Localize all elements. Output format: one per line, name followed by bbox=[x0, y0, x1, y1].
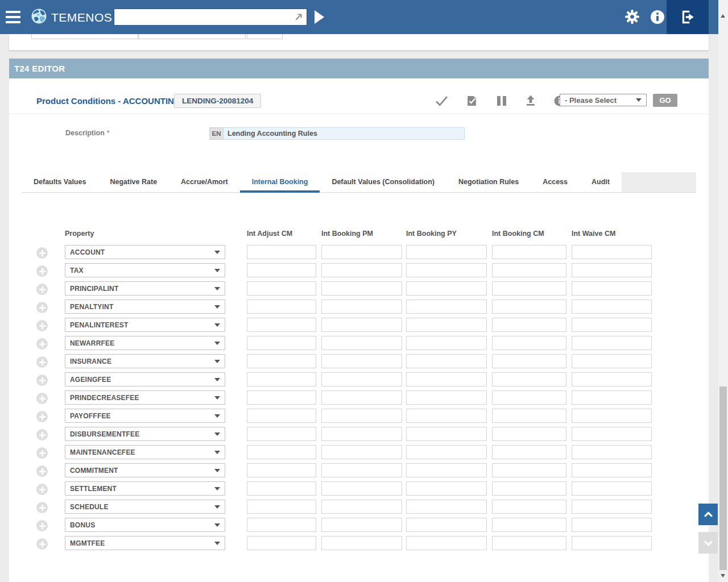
int-booking-py-input[interactable] bbox=[406, 300, 487, 314]
add-row-button[interactable] bbox=[36, 338, 48, 350]
logout-icon[interactable] bbox=[667, 0, 709, 34]
property-select[interactable]: ACCOUNT bbox=[65, 245, 225, 259]
scrollbar-thumb[interactable] bbox=[719, 386, 727, 570]
int-booking-cm-input[interactable] bbox=[492, 318, 566, 332]
int-adjust-cm-input[interactable] bbox=[247, 318, 316, 332]
int-booking-pm-input[interactable] bbox=[321, 318, 402, 332]
int-booking-cm-input[interactable] bbox=[492, 245, 566, 259]
int-adjust-cm-input[interactable] bbox=[247, 354, 316, 368]
property-select[interactable]: PRINDECREASEFEE bbox=[65, 390, 225, 405]
int-adjust-cm-input[interactable] bbox=[247, 245, 316, 259]
int-booking-py-input[interactable] bbox=[406, 336, 487, 350]
add-row-button[interactable] bbox=[36, 538, 48, 550]
gear-icon[interactable] bbox=[624, 9, 640, 27]
int-waive-cm-input[interactable] bbox=[572, 263, 652, 277]
int-adjust-cm-input[interactable] bbox=[247, 390, 316, 405]
int-booking-py-input[interactable] bbox=[406, 354, 487, 368]
int-adjust-cm-input[interactable] bbox=[247, 536, 316, 550]
int-booking-cm-input[interactable] bbox=[492, 354, 566, 368]
add-row-button[interactable] bbox=[36, 265, 48, 277]
int-waive-cm-input[interactable] bbox=[572, 354, 652, 368]
int-adjust-cm-input[interactable] bbox=[247, 445, 316, 459]
int-booking-pm-input[interactable] bbox=[321, 390, 402, 405]
int-waive-cm-input[interactable] bbox=[572, 445, 652, 459]
add-row-button[interactable] bbox=[36, 320, 48, 331]
property-select[interactable]: MGMTFEE bbox=[65, 536, 225, 550]
property-select[interactable]: SETTLEMENT bbox=[65, 481, 225, 496]
int-booking-pm-input[interactable] bbox=[321, 336, 402, 350]
int-booking-pm-input[interactable] bbox=[321, 372, 402, 386]
add-row-button[interactable] bbox=[36, 375, 48, 386]
int-adjust-cm-input[interactable] bbox=[247, 372, 316, 386]
int-booking-pm-input[interactable] bbox=[321, 354, 402, 368]
tab-audit[interactable]: Audit bbox=[580, 172, 622, 192]
property-select[interactable]: PAYOFFFEE bbox=[65, 409, 225, 423]
add-row-button[interactable] bbox=[36, 429, 48, 440]
int-waive-cm-input[interactable] bbox=[572, 481, 652, 496]
property-select[interactable]: PRINCIPALINT bbox=[65, 281, 225, 296]
add-row-button[interactable] bbox=[36, 247, 48, 259]
int-booking-pm-input[interactable] bbox=[321, 263, 402, 277]
int-booking-py-input[interactable] bbox=[406, 427, 487, 441]
add-row-button[interactable] bbox=[36, 393, 48, 404]
int-booking-pm-input[interactable] bbox=[321, 536, 402, 550]
tab-internal-booking[interactable]: Internal Booking bbox=[240, 172, 320, 192]
int-booking-pm-input[interactable] bbox=[321, 300, 402, 314]
int-booking-py-input[interactable] bbox=[406, 481, 487, 496]
add-row-button[interactable] bbox=[36, 284, 48, 295]
int-adjust-cm-input[interactable] bbox=[247, 463, 316, 477]
description-input[interactable] bbox=[223, 127, 465, 140]
property-select[interactable]: DISBURSEMENTFEE bbox=[65, 427, 225, 441]
int-adjust-cm-input[interactable] bbox=[247, 336, 316, 350]
int-booking-py-input[interactable] bbox=[406, 245, 487, 259]
int-adjust-cm-input[interactable] bbox=[247, 409, 316, 423]
property-select[interactable]: PENALINTEREST bbox=[65, 318, 225, 332]
property-select[interactable]: NEWARRFEE bbox=[65, 336, 225, 350]
int-waive-cm-input[interactable] bbox=[572, 409, 652, 423]
int-booking-cm-input[interactable] bbox=[492, 536, 566, 550]
property-select[interactable]: PENALTYINT bbox=[65, 300, 225, 314]
int-waive-cm-input[interactable] bbox=[572, 372, 652, 386]
int-adjust-cm-input[interactable] bbox=[247, 281, 316, 296]
int-booking-pm-input[interactable] bbox=[321, 481, 402, 496]
property-select[interactable]: TAX bbox=[65, 263, 225, 277]
int-waive-cm-input[interactable] bbox=[572, 390, 652, 405]
partial-form-field[interactable] bbox=[138, 34, 246, 39]
add-row-button[interactable] bbox=[36, 520, 48, 531]
int-booking-cm-input[interactable] bbox=[492, 390, 566, 405]
int-waive-cm-input[interactable] bbox=[572, 536, 652, 550]
commit-icon[interactable] bbox=[466, 95, 478, 107]
int-booking-cm-input[interactable] bbox=[492, 518, 566, 532]
tab-negotiation-rules[interactable]: Negotiation Rules bbox=[446, 172, 531, 192]
int-waive-cm-input[interactable] bbox=[572, 300, 652, 314]
add-row-button[interactable] bbox=[36, 484, 48, 495]
scrollbar-down-arrow[interactable] bbox=[721, 574, 725, 577]
int-booking-cm-input[interactable] bbox=[492, 427, 566, 441]
tab-default-values-consolidation-[interactable]: Default Values (Consolidation) bbox=[320, 172, 446, 192]
int-adjust-cm-input[interactable] bbox=[247, 518, 316, 532]
add-row-button[interactable] bbox=[36, 302, 48, 313]
int-booking-py-input[interactable] bbox=[406, 500, 487, 514]
tab-access[interactable]: Access bbox=[531, 172, 580, 192]
scrollbar-up-arrow[interactable] bbox=[721, 14, 725, 18]
int-booking-cm-input[interactable] bbox=[492, 336, 566, 350]
int-adjust-cm-input[interactable] bbox=[247, 500, 316, 514]
int-booking-pm-input[interactable] bbox=[321, 281, 402, 296]
add-row-button[interactable] bbox=[36, 465, 48, 477]
int-booking-pm-input[interactable] bbox=[321, 427, 402, 441]
int-booking-py-input[interactable] bbox=[406, 263, 487, 277]
property-select[interactable]: BONUS bbox=[65, 518, 225, 532]
int-booking-py-input[interactable] bbox=[406, 281, 487, 296]
int-booking-pm-input[interactable] bbox=[321, 463, 402, 477]
int-waive-cm-input[interactable] bbox=[572, 281, 652, 296]
validate-icon[interactable] bbox=[435, 95, 448, 106]
int-booking-py-input[interactable] bbox=[406, 409, 487, 423]
int-booking-py-input[interactable] bbox=[406, 318, 487, 332]
int-waive-cm-input[interactable] bbox=[572, 500, 652, 514]
int-booking-cm-input[interactable] bbox=[492, 500, 566, 514]
property-select[interactable]: COMMITMENT bbox=[65, 463, 225, 477]
int-waive-cm-input[interactable] bbox=[572, 245, 652, 259]
search-submit-icon[interactable] bbox=[293, 11, 304, 23]
int-booking-pm-input[interactable] bbox=[321, 518, 402, 532]
property-select[interactable]: AGEINGFEE bbox=[65, 372, 225, 386]
